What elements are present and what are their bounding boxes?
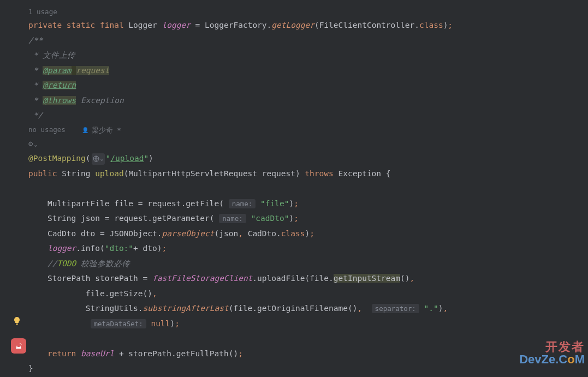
method-call: getFile [186, 199, 219, 208]
javadoc-line[interactable]: * 文件上传 [11, 48, 588, 63]
op: = [133, 199, 147, 208]
punct: ) [289, 214, 294, 223]
obj: JSONObject [109, 229, 157, 238]
param-hint: name: [219, 214, 246, 223]
static-method: substringAfterLast [143, 304, 229, 313]
blank-line[interactable] [11, 181, 588, 196]
code-line[interactable]: file.getSize(), [11, 286, 588, 302]
arg: file [233, 304, 252, 313]
javadoc-line[interactable]: * @return [11, 78, 588, 93]
string: "." [424, 304, 438, 313]
globe-icon[interactable]: ⌄ [92, 153, 105, 165]
method-call: getOriginalFilename [257, 304, 348, 313]
code-line[interactable]: } [11, 361, 588, 376]
blank-line[interactable] [11, 331, 588, 346]
watermark: 开发者 DevZe.CoM [519, 340, 585, 366]
op: = [138, 274, 152, 283]
code-line[interactable]: return baseUrl + storePath.getFullPath()… [11, 346, 588, 362]
punct: ; [162, 244, 167, 253]
punct: . [147, 214, 152, 223]
op: = [95, 229, 109, 238]
var: json [81, 214, 100, 223]
string: "file" [260, 199, 289, 208]
code-line[interactable]: logger.info("dto:"+ dto); [11, 241, 588, 256]
gutter-settings-row[interactable]: ⚙⌄ [11, 136, 588, 151]
arg: CadDto [248, 229, 276, 238]
javadoc-exception: Exception [81, 96, 124, 105]
code-line[interactable]: String json = request.getParameter( name… [11, 211, 588, 226]
code-line[interactable]: private static final Logger logger = Log… [11, 18, 588, 33]
bulb-icon[interactable] [13, 315, 21, 324]
code-line[interactable]: @PostMapping(⌄"/upload") [11, 151, 588, 166]
todo-marker: TODO [57, 259, 76, 268]
javadoc-line[interactable]: * @throws Exception [11, 93, 588, 109]
javadoc-tag-param: @param [43, 66, 71, 75]
punct: , [443, 304, 448, 313]
keyword-public: public [28, 169, 57, 178]
type: StorePath [47, 274, 91, 283]
keyword-throws: throws [305, 169, 333, 178]
code-line[interactable]: StringUtils.substringAfterLast(file.getO… [11, 301, 588, 316]
obj: request [147, 199, 181, 208]
code-editor[interactable]: 1 usage private static final Logger logg… [0, 0, 588, 376]
var: file [114, 199, 133, 208]
punct: . [138, 304, 143, 313]
punct: . [276, 229, 281, 238]
param-hint: name: [229, 199, 256, 208]
annotation-postmapping: @PostMapping [28, 154, 86, 163]
static-method: parseObject [162, 229, 215, 238]
punct: ) [149, 154, 153, 163]
punct: . [181, 199, 186, 208]
op: + [133, 244, 142, 253]
author-hint[interactable]: 梁少奇 * [82, 124, 121, 136]
punct: ; [448, 21, 453, 29]
punct: ( [314, 21, 319, 29]
punct: . [252, 274, 257, 283]
watermark-line1: 开发者 [519, 340, 585, 353]
punct: () [348, 304, 357, 313]
var: storePath [128, 349, 171, 358]
class-ref: FileClientController [319, 21, 415, 29]
javadoc-open[interactable]: /** [11, 33, 588, 49]
param-hint: metaDataSet: [91, 319, 146, 328]
string-quote: " [144, 154, 149, 163]
keyword-class: class [281, 229, 305, 238]
method-getInputStream: getInputStream [334, 274, 400, 283]
punct: ; [310, 229, 314, 238]
javadoc-close[interactable]: */ [11, 108, 588, 123]
chevron-down-icon: ⌄ [100, 154, 104, 164]
gear-icon[interactable]: ⚙⌄ [11, 137, 37, 151]
punct: ) [170, 319, 175, 328]
type: String [47, 214, 76, 223]
keyword-static: static [67, 21, 95, 29]
usage-hint[interactable]: 1 usage [11, 5, 588, 18]
ai-assist-icon[interactable] [11, 338, 26, 354]
code-line[interactable]: public String upload(MultipartHttpServle… [11, 166, 588, 182]
code-line[interactable]: MultipartFile file = request.getFile( na… [11, 196, 588, 212]
punct: ; [175, 319, 180, 328]
keyword-private: private [28, 21, 62, 29]
method-call: getSize [109, 289, 142, 298]
keyword-class: class [419, 21, 443, 29]
var: storePath [95, 274, 138, 283]
javadoc-star: * [28, 81, 43, 89]
punct: () [143, 289, 152, 298]
punct: . [329, 274, 334, 283]
comment-marker: // [47, 259, 57, 268]
punct: ( [219, 199, 224, 208]
punct: ) [438, 304, 443, 313]
code-line[interactable]: //TODO 校验参数必传 [11, 256, 588, 272]
keyword-return: return [47, 349, 76, 358]
punct: () [400, 274, 409, 283]
usage-hint[interactable]: no usages 梁少奇 * [11, 123, 588, 137]
javadoc-tag-return: @return [43, 81, 76, 89]
code-line[interactable]: CadDto dto = JSONObject.parseObject(json… [11, 226, 588, 242]
punct: . [267, 21, 272, 29]
code-line[interactable]: metaDataSet: null); [11, 316, 588, 332]
javadoc-line[interactable]: * @param request [11, 63, 588, 79]
punct: ; [238, 349, 243, 358]
code-line[interactable]: StorePath storePath = fastFileStorageCli… [11, 271, 588, 286]
op: + [114, 349, 128, 358]
punct: , [357, 304, 366, 313]
param-hint: separator: [372, 304, 419, 313]
